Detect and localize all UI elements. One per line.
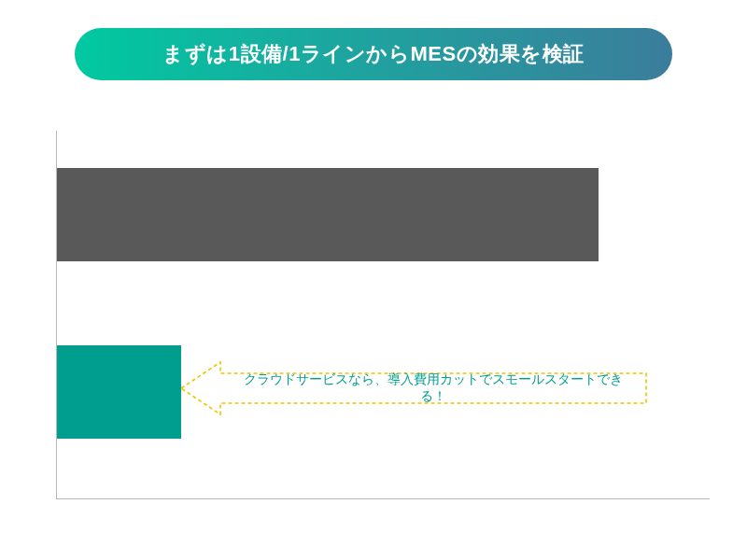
callout-arrow: クラウドサービスなら、導入費用カットでスモールスタートできる！ (181, 360, 648, 416)
bar-large (57, 168, 599, 261)
bar-chart (56, 131, 710, 499)
page-title-pill: まずは1設備/1ラインからMESの効果を検証 (75, 28, 672, 80)
callout-text: クラウドサービスなら、導入費用カットでスモールスタートできる！ (233, 360, 634, 416)
bar-small (57, 345, 181, 439)
page-title: まずは1設備/1ラインからMESの効果を検証 (162, 40, 584, 68)
